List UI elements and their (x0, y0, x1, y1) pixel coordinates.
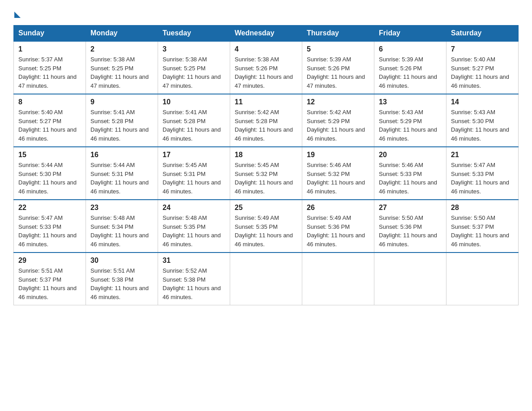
day-number: 17 (163, 151, 225, 159)
day-number: 1 (18, 45, 81, 53)
calendar-cell: 14Sunrise: 5:43 AMSunset: 5:30 PMDayligh… (446, 94, 519, 147)
day-info: Sunrise: 5:42 AMSunset: 5:29 PMDaylight:… (307, 108, 369, 143)
day-number: 27 (379, 204, 442, 212)
day-number: 8 (18, 98, 81, 106)
calendar-cell: 22Sunrise: 5:47 AMSunset: 5:33 PMDayligh… (14, 200, 86, 253)
day-info: Sunrise: 5:40 AMSunset: 5:27 PMDaylight:… (18, 108, 81, 143)
day-info: Sunrise: 5:48 AMSunset: 5:35 PMDaylight:… (163, 214, 225, 248)
day-number: 29 (18, 257, 81, 265)
calendar-header: SundayMondayTuesdayWednesdayThursdayFrid… (14, 26, 519, 42)
day-info: Sunrise: 5:46 AMSunset: 5:33 PMDaylight:… (379, 161, 442, 196)
day-info: Sunrise: 5:50 AMSunset: 5:36 PMDaylight:… (379, 214, 442, 248)
column-header-wednesday: Wednesday (230, 26, 302, 42)
calendar-cell: 11Sunrise: 5:42 AMSunset: 5:28 PMDayligh… (230, 94, 302, 147)
calendar-cell: 5Sunrise: 5:39 AMSunset: 5:26 PMDaylight… (302, 41, 374, 94)
day-number: 9 (90, 98, 153, 106)
logo-arrow-icon (14, 12, 21, 18)
column-header-tuesday: Tuesday (158, 26, 230, 42)
column-header-thursday: Thursday (302, 26, 374, 42)
calendar-cell: 2Sunrise: 5:38 AMSunset: 5:25 PMDaylight… (86, 41, 158, 94)
day-number: 4 (235, 45, 297, 53)
day-info: Sunrise: 5:39 AMSunset: 5:26 PMDaylight:… (379, 55, 442, 90)
calendar-cell (374, 253, 446, 305)
calendar-cell (230, 253, 302, 305)
day-info: Sunrise: 5:38 AMSunset: 5:25 PMDaylight:… (163, 55, 225, 90)
day-info: Sunrise: 5:38 AMSunset: 5:25 PMDaylight:… (90, 55, 153, 90)
calendar-cell (302, 253, 374, 305)
calendar-cell: 17Sunrise: 5:45 AMSunset: 5:31 PMDayligh… (158, 147, 230, 200)
calendar-cell: 27Sunrise: 5:50 AMSunset: 5:36 PMDayligh… (374, 200, 446, 253)
day-number: 6 (379, 45, 442, 53)
day-info: Sunrise: 5:43 AMSunset: 5:29 PMDaylight:… (379, 108, 442, 143)
day-info: Sunrise: 5:47 AMSunset: 5:33 PMDaylight:… (18, 214, 81, 248)
page-header (13, 9, 519, 16)
day-info: Sunrise: 5:43 AMSunset: 5:30 PMDaylight:… (451, 108, 514, 143)
calendar-cell: 12Sunrise: 5:42 AMSunset: 5:29 PMDayligh… (302, 94, 374, 147)
day-info: Sunrise: 5:52 AMSunset: 5:38 PMDaylight:… (163, 266, 225, 301)
day-info: Sunrise: 5:45 AMSunset: 5:32 PMDaylight:… (235, 161, 297, 196)
calendar-cell: 6Sunrise: 5:39 AMSunset: 5:26 PMDaylight… (374, 41, 446, 94)
column-header-sunday: Sunday (14, 26, 86, 42)
column-header-monday: Monday (86, 26, 158, 42)
calendar-cell: 13Sunrise: 5:43 AMSunset: 5:29 PMDayligh… (374, 94, 446, 147)
day-number: 13 (379, 98, 442, 106)
day-number: 21 (451, 151, 514, 159)
calendar-cell: 30Sunrise: 5:51 AMSunset: 5:38 PMDayligh… (86, 253, 158, 305)
day-number: 23 (90, 204, 153, 212)
calendar-cell: 21Sunrise: 5:47 AMSunset: 5:33 PMDayligh… (446, 147, 519, 200)
day-number: 11 (235, 98, 297, 106)
week-row-4: 22Sunrise: 5:47 AMSunset: 5:33 PMDayligh… (14, 200, 519, 253)
calendar-cell: 9Sunrise: 5:41 AMSunset: 5:28 PMDaylight… (86, 94, 158, 147)
day-info: Sunrise: 5:39 AMSunset: 5:26 PMDaylight:… (307, 55, 369, 90)
day-info: Sunrise: 5:50 AMSunset: 5:37 PMDaylight:… (451, 214, 514, 248)
week-row-5: 29Sunrise: 5:51 AMSunset: 5:37 PMDayligh… (14, 253, 519, 305)
day-number: 5 (307, 45, 369, 53)
day-info: Sunrise: 5:46 AMSunset: 5:32 PMDaylight:… (307, 161, 369, 196)
day-number: 25 (235, 204, 297, 212)
column-header-saturday: Saturday (446, 26, 519, 42)
calendar-cell: 4Sunrise: 5:38 AMSunset: 5:26 PMDaylight… (230, 41, 302, 94)
calendar-cell: 10Sunrise: 5:41 AMSunset: 5:28 PMDayligh… (158, 94, 230, 147)
calendar-cell: 15Sunrise: 5:44 AMSunset: 5:30 PMDayligh… (14, 147, 86, 200)
calendar-cell: 7Sunrise: 5:40 AMSunset: 5:27 PMDaylight… (446, 41, 519, 94)
day-info: Sunrise: 5:51 AMSunset: 5:38 PMDaylight:… (90, 266, 153, 301)
calendar-cell: 28Sunrise: 5:50 AMSunset: 5:37 PMDayligh… (446, 200, 519, 253)
day-number: 3 (163, 45, 225, 53)
calendar-table: SundayMondayTuesdayWednesdayThursdayFrid… (13, 25, 519, 305)
day-number: 24 (163, 204, 225, 212)
calendar-cell: 8Sunrise: 5:40 AMSunset: 5:27 PMDaylight… (14, 94, 86, 147)
day-number: 20 (379, 151, 442, 159)
calendar-cell: 3Sunrise: 5:38 AMSunset: 5:25 PMDaylight… (158, 41, 230, 94)
day-number: 2 (90, 45, 153, 53)
day-info: Sunrise: 5:42 AMSunset: 5:28 PMDaylight:… (235, 108, 297, 143)
header-row: SundayMondayTuesdayWednesdayThursdayFrid… (14, 26, 519, 42)
day-info: Sunrise: 5:49 AMSunset: 5:35 PMDaylight:… (235, 214, 297, 248)
calendar-cell: 19Sunrise: 5:46 AMSunset: 5:32 PMDayligh… (302, 147, 374, 200)
day-number: 22 (18, 204, 81, 212)
calendar-cell: 16Sunrise: 5:44 AMSunset: 5:31 PMDayligh… (86, 147, 158, 200)
day-number: 12 (307, 98, 369, 106)
day-info: Sunrise: 5:48 AMSunset: 5:34 PMDaylight:… (90, 214, 153, 248)
calendar-cell: 26Sunrise: 5:49 AMSunset: 5:36 PMDayligh… (302, 200, 374, 253)
calendar-cell: 23Sunrise: 5:48 AMSunset: 5:34 PMDayligh… (86, 200, 158, 253)
day-info: Sunrise: 5:44 AMSunset: 5:30 PMDaylight:… (18, 161, 81, 196)
day-number: 28 (451, 204, 514, 212)
calendar-cell: 31Sunrise: 5:52 AMSunset: 5:38 PMDayligh… (158, 253, 230, 305)
calendar-cell: 18Sunrise: 5:45 AMSunset: 5:32 PMDayligh… (230, 147, 302, 200)
day-info: Sunrise: 5:49 AMSunset: 5:36 PMDaylight:… (307, 214, 369, 248)
calendar-cell: 24Sunrise: 5:48 AMSunset: 5:35 PMDayligh… (158, 200, 230, 253)
column-header-friday: Friday (374, 26, 446, 42)
calendar-cell: 29Sunrise: 5:51 AMSunset: 5:37 PMDayligh… (14, 253, 86, 305)
calendar-cell: 25Sunrise: 5:49 AMSunset: 5:35 PMDayligh… (230, 200, 302, 253)
day-number: 31 (163, 257, 225, 265)
calendar-cell: 20Sunrise: 5:46 AMSunset: 5:33 PMDayligh… (374, 147, 446, 200)
day-info: Sunrise: 5:38 AMSunset: 5:26 PMDaylight:… (235, 55, 297, 90)
day-info: Sunrise: 5:41 AMSunset: 5:28 PMDaylight:… (90, 108, 153, 143)
logo (13, 9, 21, 16)
day-number: 14 (451, 98, 514, 106)
day-number: 15 (18, 151, 81, 159)
calendar-cell: 1Sunrise: 5:37 AMSunset: 5:25 PMDaylight… (14, 41, 86, 94)
calendar-body: 1Sunrise: 5:37 AMSunset: 5:25 PMDaylight… (14, 41, 519, 305)
day-info: Sunrise: 5:51 AMSunset: 5:37 PMDaylight:… (18, 266, 81, 301)
day-number: 10 (163, 98, 225, 106)
